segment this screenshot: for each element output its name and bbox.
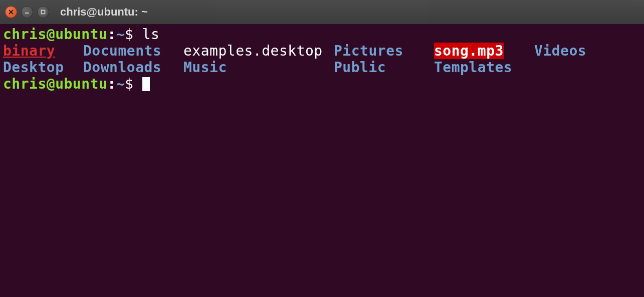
minimize-icon[interactable] [21, 6, 33, 18]
prompt-line-2: chris@ubuntu:~$ [3, 76, 641, 92]
prompt-line-1: chris@ubuntu:~$ ls [3, 26, 641, 43]
svg-rect-3 [42, 11, 45, 14]
window-title: chris@ubuntu: ~ [60, 6, 148, 19]
prompt-dollar: $ [125, 76, 133, 92]
ls-item-documents: Documents [83, 43, 183, 59]
ls-item-pictures: Pictures [334, 43, 434, 59]
ls-item-templates: Templates [434, 59, 534, 76]
ls-item-downloads: Downloads [83, 59, 183, 76]
ls-item-examples-desktop: examples.desktop [183, 43, 334, 59]
prompt-colon: : [107, 26, 116, 43]
prompt-path: ~ [116, 76, 125, 92]
ls-empty [534, 59, 641, 76]
prompt-dollar: $ [125, 26, 133, 43]
window-titlebar: chris@ubuntu: ~ [0, 0, 644, 24]
ls-item-binary: binary [3, 43, 83, 59]
ls-item-song-mp3: song.mp3 [434, 43, 534, 59]
close-icon[interactable] [5, 6, 17, 18]
ls-item-videos: Videos [534, 43, 641, 59]
ls-item-desktop: Desktop [3, 59, 83, 76]
ls-item-public: Public [334, 59, 434, 76]
prompt-path: ~ [116, 26, 125, 43]
prompt-user: chris@ubuntu [3, 76, 107, 92]
ls-item-music: Music [183, 59, 334, 76]
command-text: ls [142, 26, 160, 43]
prompt-colon: : [107, 76, 116, 92]
cursor-icon [142, 77, 150, 91]
window-controls [5, 6, 49, 18]
ls-output: binary Documents examples.desktop Pictur… [3, 43, 641, 76]
terminal-area[interactable]: chris@ubuntu:~$ ls binary Documents exam… [0, 24, 644, 297]
maximize-icon[interactable] [37, 6, 49, 18]
prompt-user: chris@ubuntu [3, 26, 107, 43]
